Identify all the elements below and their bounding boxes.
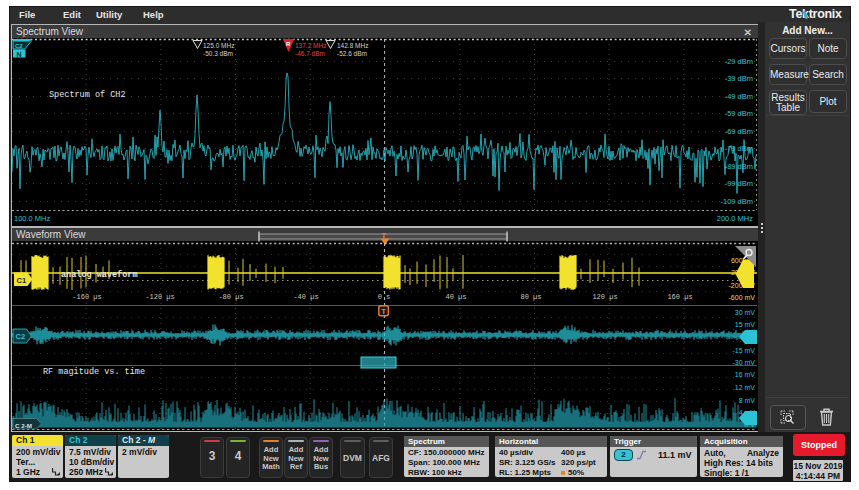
svg-text:-160 µs: -160 µs [72, 293, 101, 301]
svg-text:-40 µs: -40 µs [293, 293, 318, 301]
svg-text:N: N [17, 51, 22, 58]
svg-text:30 mV: 30 mV [735, 309, 756, 316]
svg-text:C2: C2 [16, 332, 26, 341]
svg-text:137.2 MHz: 137.2 MHz [295, 42, 326, 49]
svg-text:-120 µs: -120 µs [145, 293, 174, 301]
svg-text:-80 µs: -80 µs [218, 293, 243, 301]
svg-text:-15 mV: -15 mV [732, 347, 755, 354]
svg-text:Spectrum of CH2: Spectrum of CH2 [49, 90, 126, 100]
svg-text:200.0 MHz: 200.0 MHz [717, 214, 754, 223]
svg-text:RF magitude vs. time: RF magitude vs. time [43, 367, 145, 377]
svg-text:analog waveform: analog waveform [61, 270, 138, 280]
svg-text:C2: C2 [15, 43, 23, 49]
svg-text:-49 dBm: -49 dBm [725, 92, 753, 101]
svg-text:8 mV: 8 mV [739, 397, 756, 404]
svg-text:-52.6 dBm: -52.6 dBm [337, 50, 367, 57]
svg-text:-79 dBm: -79 dBm [725, 144, 753, 153]
svg-text:-46.7 dBm: -46.7 dBm [295, 50, 325, 57]
svg-text:-109 dBm: -109 dBm [720, 197, 753, 206]
svg-text:40 µs: 40 µs [445, 293, 466, 301]
svg-text:T: T [381, 307, 386, 316]
svg-text:142.8 MHz: 142.8 MHz [337, 42, 368, 49]
svg-text:80 µs: 80 µs [520, 293, 541, 301]
svg-text:C1: C1 [17, 276, 27, 285]
svg-text:C 2-M: C 2-M [15, 422, 32, 429]
svg-text:-59 dBm: -59 dBm [725, 109, 753, 118]
svg-text:-89 dBm: -89 dBm [725, 162, 753, 171]
svg-text:-50.3 dBm: -50.3 dBm [203, 50, 233, 57]
svg-text:-39 dBm: -39 dBm [725, 74, 753, 83]
svg-text:120 µs: 120 µs [592, 293, 617, 301]
svg-text:160 µs: 160 µs [667, 293, 692, 301]
svg-text:12 mV: 12 mV [735, 384, 756, 391]
svg-text:-99 dBm: -99 dBm [725, 179, 753, 188]
svg-text:125.0 MHz: 125.0 MHz [203, 42, 234, 49]
svg-text:-600 mV: -600 mV [729, 294, 756, 301]
svg-text:16 mV: 16 mV [735, 371, 756, 378]
svg-text:-69 dBm: -69 dBm [725, 127, 753, 136]
svg-text:T: T [381, 231, 386, 240]
svg-text:R: R [286, 41, 291, 47]
svg-text:0 s: 0 s [378, 293, 391, 301]
svg-text:15 mV: 15 mV [735, 321, 756, 328]
svg-text:100.0 MHz: 100.0 MHz [14, 214, 51, 223]
svg-text:-29 dBm: -29 dBm [725, 57, 753, 66]
svg-text:-30 mV: -30 mV [732, 359, 755, 366]
